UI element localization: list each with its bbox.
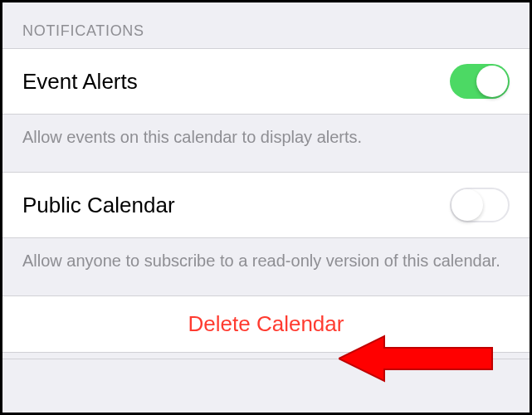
section-header-notifications: NOTIFICATIONS xyxy=(2,2,530,48)
delete-calendar-label: Delete Calendar xyxy=(188,311,344,336)
public-calendar-footer: Allow anyone to subscribe to a read-only… xyxy=(2,238,530,295)
public-calendar-label: Public Calendar xyxy=(22,193,175,218)
settings-screen: NOTIFICATIONS Event Alerts Allow events … xyxy=(2,2,530,413)
event-alerts-label: Event Alerts xyxy=(22,69,138,95)
delete-calendar-row[interactable]: Delete Calendar xyxy=(2,295,530,353)
toggle-knob xyxy=(476,66,508,97)
public-calendar-toggle[interactable] xyxy=(450,188,510,222)
public-calendar-row[interactable]: Public Calendar xyxy=(2,172,530,238)
toggle-knob xyxy=(451,189,483,221)
bottom-spacer xyxy=(2,353,530,359)
event-alerts-toggle[interactable] xyxy=(450,64,510,99)
event-alerts-row[interactable]: Event Alerts xyxy=(2,48,530,115)
event-alerts-footer: Allow events on this calendar to display… xyxy=(2,115,530,172)
